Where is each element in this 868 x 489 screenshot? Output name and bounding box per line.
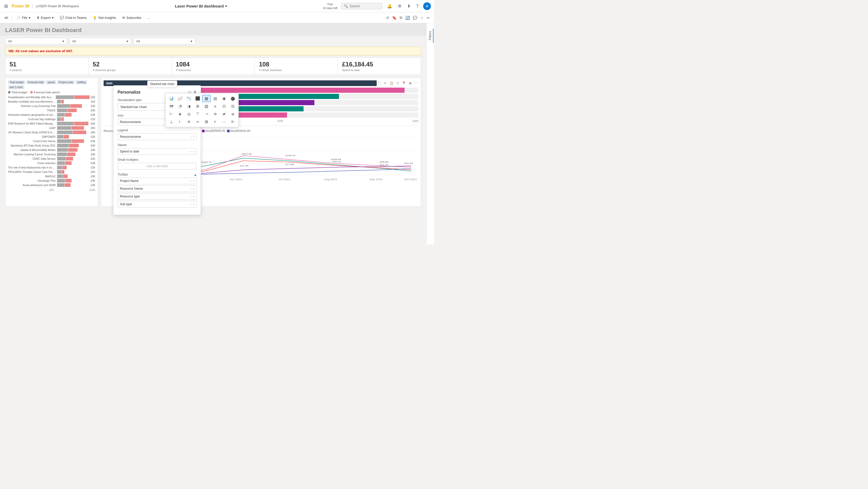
line-chart-icon[interactable]: 📈	[176, 95, 184, 102]
filter2-chevron: ▾	[127, 39, 128, 43]
export-button[interactable]: ⬆ Export ▾	[34, 14, 56, 21]
dashboard-title-button[interactable]: Laser Power BI dashboard ▾	[175, 4, 227, 8]
chart-filter-btn[interactable]: ▽	[396, 81, 400, 86]
values-field-row[interactable]: Spend to date ··· ›	[118, 148, 196, 155]
donut-icon[interactable]: ◑	[185, 102, 193, 110]
bar-track	[57, 139, 90, 143]
dashboard-header: LASER Power BI Dashboard	[0, 23, 426, 36]
table-icon[interactable]: ≡	[211, 102, 219, 110]
bar-chart-icon[interactable]: 📊	[167, 95, 176, 102]
chart-focus-btn[interactable]: ⛶	[377, 81, 382, 86]
filter-dropdown-2[interactable]: All ▾	[69, 38, 131, 45]
tooltip-field-row[interactable]: Sub type ··· ›	[118, 201, 196, 208]
kpi-label: # resources	[176, 68, 251, 71]
tooltip-field-row[interactable]: Project Name ··· ›	[118, 178, 196, 184]
100pct-bar-icon[interactable]: ▤	[211, 95, 219, 102]
chart-drill-btn[interactable]: 📍	[401, 81, 407, 86]
chart-toolbar: Total budgetForecast totalspendProject c…	[8, 81, 95, 89]
avatar[interactable]: U	[423, 2, 431, 10]
filters-label[interactable]: Filters	[427, 28, 433, 43]
nav-back-button[interactable]: ≪	[3, 14, 9, 21]
file-button[interactable]: 📄 File ▾	[14, 14, 33, 21]
column-chart-icon[interactable]: ⬛	[193, 95, 202, 102]
view-button[interactable]: ⧉	[399, 14, 403, 21]
bookmark-button[interactable]: 🔖	[391, 15, 398, 21]
bar-track	[57, 175, 90, 178]
custom-viz-1-icon[interactable]: ⊠	[202, 118, 211, 125]
map-icon[interactable]: 🗺	[167, 102, 176, 110]
more-visuals-icon[interactable]: ⋯	[220, 118, 228, 125]
pie-icon[interactable]: ◔	[176, 102, 184, 110]
filled-map-icon[interactable]: ⊦	[176, 118, 184, 125]
gauge-icon[interactable]: ◈	[176, 110, 184, 118]
more-options-button[interactable]: ...	[145, 14, 153, 21]
waterfall-icon[interactable]: ◎	[185, 110, 193, 118]
tooltip-field-row[interactable]: Resource Owner ··· ›	[118, 185, 196, 192]
chart-options-btn[interactable]: ···	[413, 81, 418, 86]
forecast-bar	[65, 161, 71, 165]
tooltip-fields: Project Name ··· › Resource Owner ··· › …	[118, 178, 196, 208]
svg-text:£182.71: £182.71	[202, 161, 212, 163]
subscribe-icon: ✉	[122, 16, 125, 20]
bar-amount: £4K	[90, 149, 95, 151]
forecast-bar	[63, 166, 67, 169]
insights-button[interactable]: 💡 Get insights	[90, 14, 119, 21]
chart-expand-btn[interactable]: ✂	[383, 81, 388, 86]
star-button[interactable]: ☆	[419, 15, 425, 21]
comment-button[interactable]: 💬	[412, 15, 418, 21]
bar-label: Crime reduction	[8, 162, 57, 165]
chart-more-btn[interactable]: ⊞	[408, 81, 412, 86]
edit-button[interactable]: ✏	[426, 15, 431, 21]
bar-amount: £1K	[90, 118, 95, 121]
shape-map-icon[interactable]: ⊥	[167, 118, 176, 125]
export-chevron: ▾	[52, 16, 54, 20]
tooltip-field-right: ··· ›	[190, 194, 194, 198]
arcgis-icon[interactable]: ≍	[193, 118, 202, 125]
kpi-icon[interactable]: ⊢	[167, 110, 176, 118]
stacked-bar-icon[interactable]: ▦	[202, 95, 211, 102]
decomp-tree-icon[interactable]: ⊣	[202, 110, 211, 118]
help-button[interactable]: ?	[415, 3, 420, 9]
bar-track	[57, 104, 90, 108]
search-box[interactable]: 🔍	[341, 3, 382, 9]
app-menu-button[interactable]: ⊞	[3, 2, 9, 10]
resource-legend-item: lzw-p0226v01-04	[227, 129, 250, 132]
get-more-icon[interactable]: ⊫	[228, 118, 237, 125]
svg-text:Jun 2021: Jun 2021	[229, 178, 242, 181]
legend-field-row[interactable]: Resourcename ··· ›	[118, 133, 196, 140]
notification-button[interactable]: 🔔	[386, 3, 393, 9]
values-field-dots: ···	[190, 150, 192, 153]
custom-viz-2-icon[interactable]: ⊧	[211, 118, 219, 125]
bar-label: UK Womens Cohort Study (UKWCS-HES)	[8, 131, 57, 134]
search-input[interactable]	[349, 4, 375, 8]
subscribe-button[interactable]: ✉ Subscribe	[120, 14, 144, 21]
funnel-icon[interactable]: ▧	[202, 102, 211, 110]
matrix-icon[interactable]: ⊡	[220, 102, 228, 110]
filter-dropdown-3[interactable]: All ▾	[133, 38, 195, 45]
scatter-icon[interactable]: ◉	[220, 95, 228, 102]
ribbon-chart-icon[interactable]: ⊤	[193, 110, 202, 118]
card-icon[interactable]: ⊟	[228, 102, 237, 110]
refresh2-button[interactable]: 🔄	[404, 15, 411, 21]
chat-button[interactable]: 💬 Chat in Teams	[57, 14, 89, 21]
tooltip-field-row[interactable]: Resource type ··· ›	[118, 193, 196, 200]
smart-narrative-icon[interactable]: ≣	[228, 110, 237, 118]
small-multiples-field[interactable]: Add a new field	[118, 163, 196, 170]
list-item: MyRULE £3K	[8, 175, 95, 178]
chart-copy-btn[interactable]: 📋	[389, 81, 395, 86]
download-button[interactable]: ⬇	[406, 3, 411, 9]
settings-button[interactable]: ⚙	[397, 3, 402, 9]
bar-track	[57, 100, 90, 103]
area-chart-icon[interactable]: 📉	[185, 95, 193, 102]
qna-icon[interactable]: ≢	[220, 110, 228, 118]
key-influencers-icon[interactable]: ≋	[211, 110, 219, 118]
filter-dropdown-1[interactable]: All ▾	[5, 38, 67, 45]
kpi-card: £16,184.45Spend to date	[338, 58, 421, 75]
svg-text:Sep 2021: Sep 2021	[369, 178, 383, 181]
bubble-icon[interactable]: ⬤	[228, 95, 237, 102]
tooltips-add-btn[interactable]: +	[194, 173, 196, 178]
azure-map-icon[interactable]: ≌	[185, 118, 193, 125]
forecast-bar	[74, 95, 90, 99]
treemap-icon[interactable]: ⊞	[193, 102, 202, 110]
refresh-button[interactable]: ↺	[385, 15, 390, 21]
